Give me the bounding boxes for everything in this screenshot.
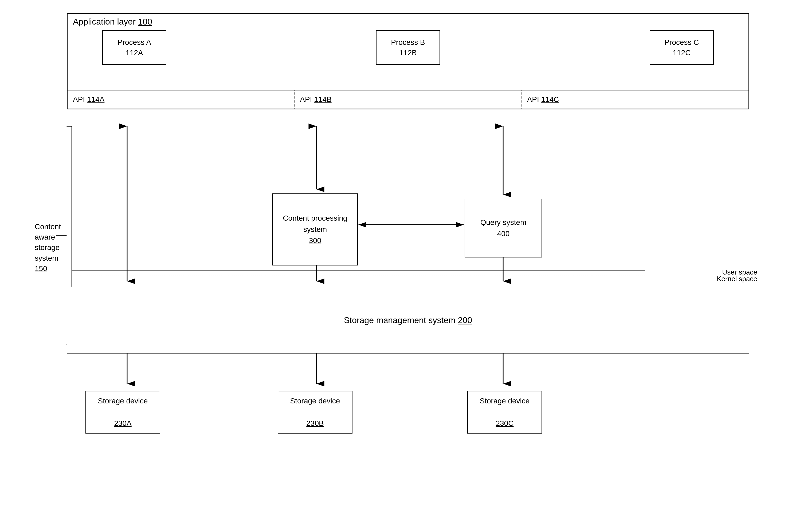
api-bar: API 114A API 114B API 114C	[68, 90, 749, 109]
process-b-box: Process B 112B	[376, 30, 440, 65]
app-layer-label: Application layer 100	[73, 17, 152, 27]
diagram-container: Application layer 100 Process A 112A Pro…	[35, 8, 771, 524]
api-114c: API 114C	[522, 91, 749, 109]
content-processing-box: Content processing system 300	[272, 193, 358, 265]
storage-device-c-box: Storage device 230C	[467, 391, 542, 434]
storage-device-a-box: Storage device 230A	[86, 391, 160, 434]
api-114b: API 114B	[295, 91, 521, 109]
application-layer-box: Application layer 100 Process A 112A Pro…	[67, 13, 749, 109]
process-a-box: Process A 112A	[102, 30, 166, 65]
storage-mgmt-box: Storage management system 200	[67, 287, 749, 354]
process-c-box: Process C 112C	[650, 30, 714, 65]
kernel-space-label: Kernel space	[717, 275, 757, 283]
content-aware-label: Content aware storage system 150	[35, 222, 59, 274]
api-114a: API 114A	[68, 91, 295, 109]
query-system-box: Query system 400	[465, 199, 542, 258]
storage-device-b-box: Storage device 230B	[278, 391, 352, 434]
